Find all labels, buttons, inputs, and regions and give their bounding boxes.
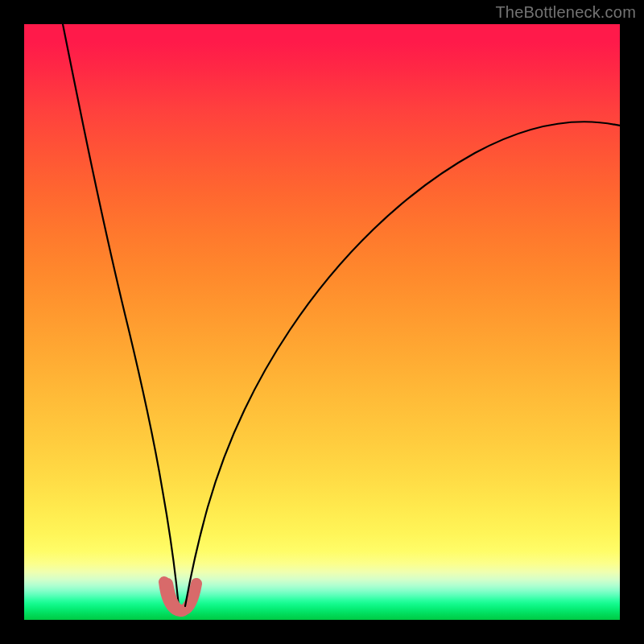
watermark-text: TheBottleneck.com xyxy=(495,3,636,22)
plot-area xyxy=(24,24,620,620)
valley-blob xyxy=(164,582,196,611)
right-curve xyxy=(185,122,620,606)
left-curve xyxy=(63,24,179,606)
curve-layer xyxy=(24,24,620,620)
outer-frame: TheBottleneck.com xyxy=(0,0,644,644)
